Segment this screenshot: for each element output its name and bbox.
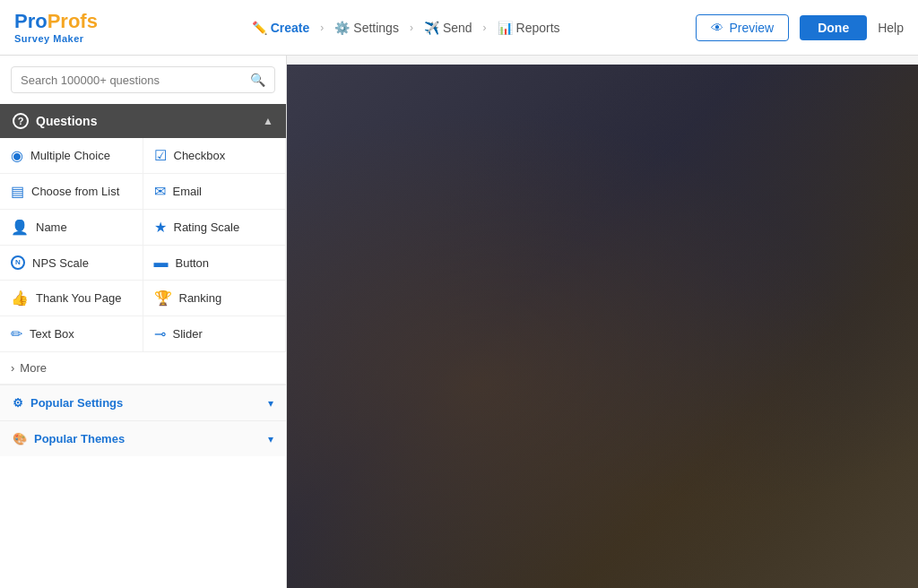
survey-header-panel: Employee Opinion Survey Thank you for ta…: [296, 65, 909, 153]
rating-2-2[interactable]: 2: [424, 314, 543, 346]
radio-3-5[interactable]: [833, 415, 849, 431]
logo-pro: Pro: [14, 11, 48, 32]
question-1-text: To what extent do you believe the compan…: [314, 180, 891, 195]
help-button[interactable]: Help: [878, 21, 904, 35]
settings-icon: ⚙️: [334, 21, 350, 35]
qtype-multiple-choice[interactable]: ◉ Multiple Choice: [0, 138, 143, 174]
survey-content: Employee Opinion Survey Thank you for ta…: [287, 56, 918, 588]
radio-2-5[interactable]: [833, 314, 849, 330]
rating-1-2[interactable]: 2: [424, 212, 543, 245]
question-3-area: To what extent do you believe the compan…: [287, 365, 918, 415]
rating-3-3[interactable]: 3: [543, 415, 663, 447]
radio-1-3[interactable]: [594, 212, 611, 229]
nav-send[interactable]: ✈️ Send: [417, 17, 480, 39]
label-2-4: 4: [718, 333, 724, 346]
label-1-4: 4: [718, 232, 724, 245]
rating-3-4[interactable]: 4: [662, 415, 781, 447]
popular-settings-section[interactable]: ⚙ Popular Settings ▾: [0, 385, 286, 420]
multiple-choice-icon: ◉: [11, 147, 23, 164]
radio-3-3[interactable]: [594, 415, 611, 431]
qtype-name[interactable]: 👤 Name: [0, 210, 143, 246]
questions-section-header[interactable]: ? Questions ▲: [0, 104, 286, 138]
send-icon: ✈️: [424, 21, 439, 35]
logo-profs: Profs: [48, 11, 98, 32]
question-types-grid: ◉ Multiple Choice ☑ Checkbox ▤ Choose fr…: [0, 138, 286, 352]
help-circle-icon: ?: [13, 113, 29, 129]
rating-2-5[interactable]: 5: [781, 314, 900, 346]
divider-1: [305, 263, 900, 264]
logo-sub: Survey Maker: [14, 33, 98, 44]
label-2-5: 5: [837, 333, 844, 346]
preview-button[interactable]: 👁 Preview: [696, 14, 789, 41]
main-layout: 🔍 ? Questions ▲ ◉ Multiple Choice ☑ Chec…: [0, 56, 918, 588]
label-2-3: 3: [600, 333, 606, 346]
star-icon: ★: [154, 219, 167, 236]
radio-1-2[interactable]: [475, 212, 491, 229]
label-2-1: 1: [361, 333, 368, 346]
qtype-nps-scale[interactable]: N NPS Scale: [0, 246, 143, 281]
label-3-2: 2: [481, 435, 487, 447]
label-1-2: 2: [481, 232, 487, 245]
rating-2-3[interactable]: 3: [543, 314, 663, 346]
label-1-3: 3: [600, 232, 606, 245]
radio-3-4[interactable]: [714, 415, 730, 431]
rating-3-2[interactable]: 2: [424, 415, 543, 447]
question-2-area: To what extent do you believe the compan…: [287, 264, 918, 314]
radio-1-5[interactable]: [833, 212, 849, 229]
nav-settings[interactable]: ⚙️ Settings: [327, 17, 406, 39]
qtype-rating-scale[interactable]: ★ Rating Scale: [143, 210, 287, 246]
create-icon: ✏️: [252, 21, 267, 35]
qtype-ranking[interactable]: 🏆 Ranking: [143, 281, 287, 316]
radio-2-4[interactable]: [714, 314, 730, 330]
radio-2-2[interactable]: [475, 314, 491, 330]
popular-themes-section[interactable]: 🎨 Popular Themes ▾: [0, 420, 286, 456]
radio-1-4[interactable]: [714, 212, 730, 229]
rating-1-5[interactable]: 5: [781, 212, 900, 245]
rating-1-4[interactable]: 4: [662, 212, 781, 245]
rating-1-3[interactable]: 3: [543, 212, 663, 245]
rating-2-4[interactable]: 4: [662, 314, 781, 346]
question-1-area: To what extent do you believe the compan…: [287, 162, 918, 212]
themes-icon: 🎨: [13, 432, 27, 445]
radio-3-1[interactable]: [356, 415, 372, 431]
qtype-button[interactable]: ▬ Button: [143, 246, 287, 281]
questions-chevron-icon: ▲: [263, 115, 273, 127]
question-3-text: To what extent do you believe the compan…: [314, 383, 891, 397]
themes-chevron-icon: ▾: [268, 433, 273, 445]
question-3-ratings: 1 2 3 4 5: [287, 415, 918, 465]
nps-icon: N: [11, 255, 25, 270]
qtype-slider[interactable]: ⊸ Slider: [143, 316, 287, 352]
rating-2-1[interactable]: 1: [305, 314, 424, 346]
qtype-checkbox[interactable]: ☑ Checkbox: [143, 138, 287, 174]
rating-3-1[interactable]: 1: [305, 415, 424, 447]
rating-1-1[interactable]: 1: [305, 212, 424, 245]
search-icon: 🔍: [250, 73, 265, 87]
qtype-text-box[interactable]: ✏ Text Box: [0, 316, 143, 352]
radio-3-2[interactable]: [475, 415, 491, 431]
nav-reports[interactable]: 📊 Reports: [490, 17, 567, 39]
gear-icon: ⚙: [13, 396, 23, 410]
question-2-text: To what extent do you believe the compan…: [314, 281, 891, 296]
qtype-choose-from-list[interactable]: ▤ Choose from List: [0, 174, 143, 210]
more-item[interactable]: › More: [0, 352, 286, 385]
qtype-email[interactable]: ✉ Email: [143, 174, 287, 210]
search-box[interactable]: 🔍: [11, 66, 275, 93]
question-1-ratings: 1 2 3 4 5: [287, 212, 918, 263]
more-chevron-icon: ›: [11, 361, 14, 375]
search-input[interactable]: [21, 74, 243, 87]
name-icon: 👤: [11, 219, 29, 236]
nav-create[interactable]: ✏️ Create: [245, 17, 317, 39]
thumbs-up-icon: 👍: [11, 290, 29, 307]
qtype-thank-you[interactable]: 👍 Thank You Page: [0, 281, 143, 316]
radio-2-1[interactable]: [356, 314, 372, 330]
header-right: 👁 Preview Done Help: [696, 14, 904, 41]
radio-1-1[interactable]: [356, 212, 372, 229]
app-header: Pro Profs Survey Maker ✏️ Create › ⚙️ Se…: [0, 0, 918, 56]
rating-3-5[interactable]: 5: [781, 415, 900, 447]
checkbox-icon: ☑: [154, 147, 167, 164]
done-button[interactable]: Done: [800, 15, 867, 40]
radio-2-3[interactable]: [594, 314, 611, 330]
button-icon: ▬: [154, 255, 169, 271]
reports-icon: 📊: [498, 21, 513, 35]
survey-description: Thank you for taking a few moments to co…: [314, 102, 891, 137]
